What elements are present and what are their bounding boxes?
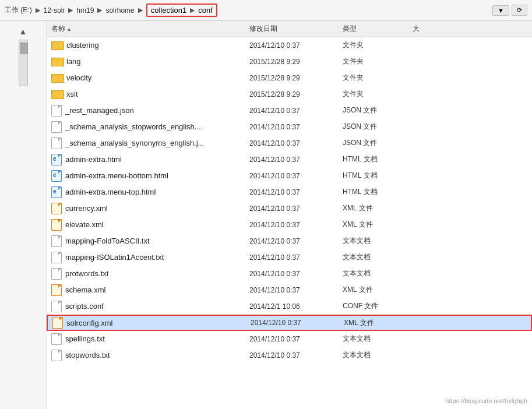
- file-icon: [51, 121, 62, 133]
- file-name: currency.xml: [65, 204, 108, 213]
- path-solr[interactable]: 12-solr: [44, 6, 65, 15]
- sidebar-scroll-thumb[interactable]: [20, 43, 28, 54]
- file-name-cell: _rest_managed.json: [51, 105, 249, 117]
- table-row[interactable]: clustering 2014/12/10 0:37 文件夹: [47, 37, 532, 54]
- file-name-cell: currency.xml: [51, 203, 249, 214]
- dropdown-button[interactable]: ▼: [492, 5, 509, 16]
- file-type: 文本文档: [343, 252, 413, 262]
- xml-icon: [51, 284, 62, 296]
- file-date: 2014/12/10 0:37: [249, 172, 343, 180]
- column-header-size[interactable]: 大: [413, 24, 448, 34]
- table-row[interactable]: schema.xml 2014/12/10 0:37 XML 文件: [47, 282, 532, 298]
- file-name: _schema_analysis_synonyms_english.j...: [65, 139, 204, 147]
- file-icon: [51, 301, 62, 312]
- table-row[interactable]: _schema_analysis_synonyms_english.j... 2…: [47, 135, 532, 151]
- file-name: mapping-ISOLatin1Accent.txt: [65, 253, 164, 262]
- file-date: 2014/12/10 0:37: [249, 41, 343, 50]
- address-bar: 工作 (E:) ▶ 12-solr ▶ hm19 ▶ solrhome ▶ co…: [0, 0, 532, 21]
- file-name: lang: [66, 57, 81, 66]
- file-icon: [51, 137, 62, 149]
- table-row[interactable]: currency.xml 2014/12/10 0:37 XML 文件: [47, 200, 532, 217]
- file-date: 2014/12/10 0:37: [249, 237, 343, 245]
- table-row[interactable]: protwords.txt 2014/12/10 0:37 文本文档: [47, 266, 532, 282]
- table-row[interactable]: admin-extra.menu-bottom.html 2014/12/10 …: [47, 168, 532, 184]
- table-row[interactable]: mapping-ISOLatin1Accent.txt 2014/12/10 0…: [47, 249, 532, 266]
- file-name-cell: scripts.conf: [51, 301, 249, 312]
- file-date: 2014/12/10 0:37: [249, 188, 343, 196]
- file-name-cell: stopwords.txt: [51, 350, 249, 361]
- table-row[interactable]: stopwords.txt 2014/12/10 0:37 文本文档: [47, 347, 532, 364]
- file-date: 2014/12/10 0:37: [251, 319, 344, 327]
- file-name: clustering: [66, 41, 99, 50]
- file-name: elevate.xml: [65, 220, 104, 229]
- file-name: admin-extra.menu-top.html: [65, 188, 156, 196]
- sidebar-up-arrow[interactable]: ▲: [17, 26, 29, 37]
- folder-icon: [51, 57, 63, 66]
- table-row[interactable]: xslt 2015/12/28 9:29 文件夹: [47, 86, 532, 103]
- table-row[interactable]: lang 2015/12/28 9:29 文件夹: [47, 54, 532, 70]
- file-name-cell: admin-extra.html: [51, 154, 249, 165]
- file-type: 文本文档: [343, 269, 413, 278]
- table-row[interactable]: solrconfig.xml 2014/12/10 0:37 XML 文件: [47, 315, 532, 331]
- column-header-type[interactable]: 类型: [343, 24, 413, 34]
- file-type: XML 文件: [343, 203, 413, 213]
- file-type: 文本文档: [343, 236, 413, 246]
- file-date: 2015/12/28 9:29: [249, 58, 343, 66]
- file-type: 文件夹: [343, 73, 413, 83]
- table-row[interactable]: velocity 2015/12/28 9:29 文件夹: [47, 70, 532, 86]
- file-date: 2014/12/10 0:37: [249, 351, 343, 359]
- file-icon: [51, 105, 62, 117]
- path-workdrive[interactable]: 工作 (E:): [5, 5, 32, 15]
- file-name-cell: mapping-FoldToASCII.txt: [51, 235, 249, 247]
- folder-icon: [51, 41, 63, 50]
- path-conf[interactable]: conf: [198, 6, 213, 15]
- table-row[interactable]: _rest_managed.json 2014/12/10 0:37 JSON …: [47, 103, 532, 119]
- path-hm19[interactable]: hm19: [76, 6, 94, 15]
- file-type: 文本文档: [343, 334, 413, 344]
- file-type: JSON 文件: [343, 105, 413, 115]
- table-row[interactable]: _schema_analysis_stopwords_english.... 2…: [47, 119, 532, 135]
- file-type: JSON 文件: [343, 122, 413, 132]
- path-solrhome[interactable]: solrhome: [105, 6, 134, 15]
- address-controls: ▼ ⟳: [492, 5, 527, 16]
- table-row[interactable]: scripts.conf 2014/12/1 10:06 CONF 文件: [47, 298, 532, 315]
- table-row[interactable]: admin-extra.menu-top.html 2014/12/10 0:3…: [47, 184, 532, 200]
- file-name-cell: admin-extra.menu-top.html: [51, 186, 249, 198]
- file-type: 文件夹: [343, 57, 413, 66]
- file-date: 2014/12/10 0:37: [249, 253, 343, 262]
- refresh-button[interactable]: ⟳: [512, 5, 527, 16]
- file-name-cell: clustering: [51, 41, 249, 50]
- file-name: schema.xml: [65, 285, 105, 294]
- file-type: XML 文件: [343, 220, 413, 230]
- file-type: CONF 文件: [343, 301, 413, 311]
- file-list: clustering 2014/12/10 0:37 文件夹 lang 2015…: [47, 37, 532, 409]
- table-row[interactable]: spellings.txt 2014/12/10 0:37 文本文档: [47, 331, 532, 347]
- file-name: xslt: [66, 90, 78, 98]
- xml-icon: [51, 203, 62, 214]
- table-row[interactable]: mapping-FoldToASCII.txt 2014/12/10 0:37 …: [47, 233, 532, 249]
- file-type: XML 文件: [343, 285, 413, 295]
- sidebar-scrollbar[interactable]: [19, 40, 28, 86]
- main-container: ▲ 名称 ▲ 修改日期 类型 大 clustering: [0, 21, 532, 409]
- file-icon: [51, 252, 62, 263]
- file-date: 2014/12/1 10:06: [249, 302, 343, 311]
- file-name: solrconfig.xml: [66, 319, 112, 327]
- sidebar: ▲: [0, 21, 47, 409]
- file-date: 2014/12/10 0:37: [249, 204, 343, 213]
- file-type: 文件夹: [343, 89, 413, 99]
- file-date: 2014/12/10 0:37: [249, 286, 343, 294]
- file-date: 2014/12/10 0:37: [249, 270, 343, 278]
- file-type: HTML 文档: [343, 171, 413, 181]
- table-row[interactable]: admin-extra.html 2014/12/10 0:37 HTML 文档: [47, 151, 532, 168]
- html-icon: [51, 186, 62, 198]
- table-row[interactable]: elevate.xml 2014/12/10 0:37 XML 文件: [47, 217, 532, 233]
- file-type: XML 文件: [344, 318, 414, 328]
- path-collection1[interactable]: collection1: [151, 6, 186, 15]
- file-name-cell: _schema_analysis_stopwords_english....: [51, 121, 249, 133]
- file-date: 2015/12/28 9:29: [249, 90, 343, 98]
- column-header-date[interactable]: 修改日期: [249, 24, 343, 34]
- file-name-cell: schema.xml: [51, 284, 249, 296]
- column-header-name[interactable]: 名称 ▲: [51, 24, 249, 34]
- xml-icon: [51, 219, 62, 231]
- file-name: spellings.txt: [65, 334, 105, 343]
